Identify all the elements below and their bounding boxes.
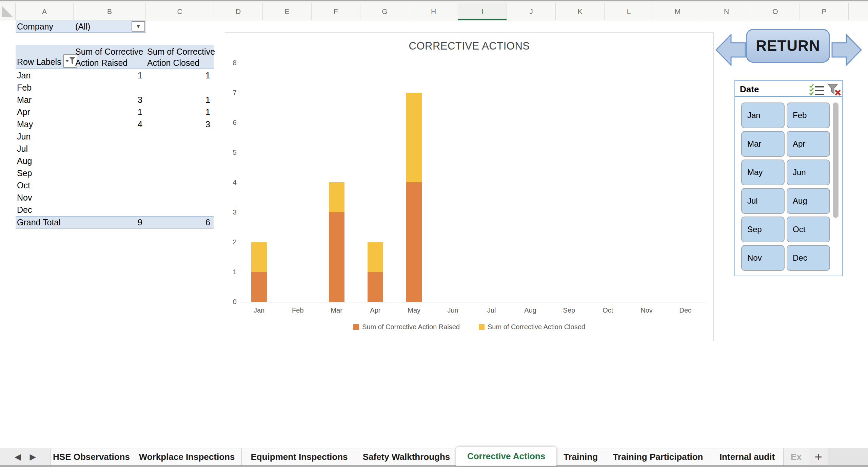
sheet-tab-workplace-inspections[interactable]: Workplace Inspections [132, 448, 242, 465]
prev-sheet-arrow[interactable]: ◀ [15, 452, 21, 462]
slicer-clear-filter-button[interactable] [827, 83, 842, 96]
pivot-closed-value-Dec[interactable] [170, 204, 210, 216]
pivot-raised-value-Nov[interactable] [102, 191, 142, 204]
grand-total-closed-cell[interactable]: 6 [170, 216, 210, 229]
pivot-closed-value-Feb[interactable] [170, 81, 210, 94]
add-sheet-button[interactable]: + [809, 448, 828, 465]
column-header-I[interactable]: I [458, 3, 507, 20]
pivot-raised-value-Jul[interactable] [102, 143, 142, 155]
pivot-raised-value-Sep[interactable] [102, 167, 142, 179]
pivot-row-label-Jun[interactable]: Jun [17, 130, 71, 143]
column-header-P[interactable]: P [800, 3, 849, 20]
return-button[interactable]: RETURN [746, 29, 830, 63]
column-header-J[interactable]: J [507, 3, 556, 20]
pivot-closed-value-Jul[interactable] [170, 143, 210, 155]
pivot-row-label-Apr[interactable]: Apr [17, 106, 71, 118]
slicer-button-Feb[interactable]: Feb [787, 102, 830, 128]
pivot-raised-value-Jan[interactable]: 1 [102, 69, 142, 81]
back-arrow-shape[interactable] [715, 34, 746, 66]
grand-total-raised-cell[interactable]: 9 [102, 216, 142, 229]
corrective-actions-chart[interactable]: CORRECTIVE ACTIONS Sum of Corrective Act… [225, 32, 714, 341]
grand-total-label-cell[interactable]: Grand Total [17, 216, 92, 229]
legend-swatch-1 [479, 324, 485, 330]
forward-arrow-shape[interactable] [831, 34, 862, 66]
pivot-filter-value-cell[interactable]: (All) [75, 20, 126, 33]
pivot-raised-value-Apr[interactable]: 1 [102, 106, 142, 118]
pivot-raised-value-May[interactable]: 4 [102, 118, 142, 130]
column-header-M[interactable]: M [653, 3, 702, 20]
column-header-L[interactable]: L [605, 3, 653, 20]
slicer-button-Dec[interactable]: Dec [787, 245, 830, 271]
sheet-tab-corrective-actions[interactable]: Corrective Actions [456, 447, 556, 466]
slicer-button-Jul[interactable]: Jul [741, 188, 785, 214]
slicer-multiselect-button[interactable] [809, 83, 825, 96]
pivot-row-label-Oct[interactable]: Oct [17, 179, 71, 191]
pivot-row-label-Sep[interactable]: Sep [17, 167, 71, 179]
slicer-button-Jan[interactable]: Jan [741, 102, 785, 128]
sheet-tab-training[interactable]: Training [556, 448, 605, 465]
pivot-closed-value-Aug[interactable] [170, 155, 210, 167]
column-header-F[interactable]: F [312, 3, 360, 20]
pivot-raised-value-Jun[interactable] [102, 130, 142, 143]
pivot-raised-value-Feb[interactable] [102, 81, 142, 94]
pivot-row-label-May[interactable]: May [17, 118, 71, 130]
column-header-B[interactable]: B [74, 3, 146, 20]
pivot-col-header-closed[interactable]: Sum of Corrective Action Closed [147, 46, 218, 68]
pivot-closed-value-Jun[interactable] [170, 130, 210, 143]
column-header-D[interactable]: D [214, 3, 263, 20]
column-header-H[interactable]: H [409, 3, 458, 20]
pivot-col-header-raised[interactable]: Sum of Corrective Action Raised [75, 46, 146, 68]
slicer-scrollbar-thumb[interactable] [833, 102, 839, 218]
column-header-E[interactable]: E [263, 3, 312, 20]
sheet-tab-equipment-inspections[interactable]: Equipment Inspections [242, 448, 357, 465]
slicer-title: Date [740, 84, 759, 95]
pivot-closed-value-May[interactable]: 3 [170, 118, 210, 130]
pivot-closed-value-Oct[interactable] [170, 179, 210, 191]
pivot-row-label-Nov[interactable]: Nov [17, 191, 71, 204]
slicer-button-Mar[interactable]: Mar [741, 131, 785, 157]
pivot-row-label-Mar[interactable]: Mar [17, 94, 71, 106]
slicer-button-Sep[interactable]: Sep [741, 217, 785, 242]
slicer-button-Apr[interactable]: Apr [787, 131, 830, 157]
slicer-button-Jun[interactable]: Jun [787, 160, 830, 185]
pivot-filter-dropdown-button[interactable]: ▼ [132, 21, 145, 32]
x-label-Sep: Sep [549, 306, 589, 314]
pivot-closed-value-Jan[interactable]: 1 [170, 69, 210, 81]
column-header-A[interactable]: A [16, 3, 74, 20]
slicer-button-Aug[interactable]: Aug [787, 188, 830, 214]
column-header-O[interactable]: O [751, 3, 800, 20]
slicer-button-Nov[interactable]: Nov [741, 245, 785, 271]
pivot-filter-field-cell[interactable]: Company [17, 20, 71, 33]
column-header-N[interactable]: N [702, 3, 751, 20]
column-header-C[interactable]: C [146, 3, 214, 20]
stacked-bar-Mar [329, 182, 344, 302]
next-sheet-arrow[interactable]: ▶ [30, 452, 36, 462]
column-header-K[interactable]: K [556, 3, 605, 20]
select-all-corner[interactable] [0, 3, 16, 20]
pivot-row-label-Feb[interactable]: Feb [17, 81, 71, 94]
pivot-row-label-Jul[interactable]: Jul [17, 143, 71, 155]
pivot-raised-value-Dec[interactable] [102, 204, 142, 216]
pivot-raised-value-Oct[interactable] [102, 179, 142, 191]
pivot-closed-value-Mar[interactable]: 1 [170, 94, 210, 106]
sheet-tab-internal-audit[interactable]: Internal audit [711, 448, 784, 465]
sheet-tab-training-participation[interactable]: Training Participation [605, 448, 711, 465]
pivot-raised-value-Aug[interactable] [102, 155, 142, 167]
slicer-button-Oct[interactable]: Oct [787, 217, 830, 242]
pivot-closed-value-Apr[interactable]: 1 [170, 106, 210, 118]
clear-filter-icon [827, 83, 842, 96]
pivot-row-label-Aug[interactable]: Aug [17, 155, 71, 167]
sheet-tab-hse-observations[interactable]: HSE Observations [51, 448, 132, 465]
pivot-raised-value-Mar[interactable]: 3 [102, 94, 142, 106]
sheet-tab-safety-walkthroughs[interactable]: Safety Walkthroughs [357, 448, 456, 465]
pivot-row-labels-header[interactable]: Row Labels [17, 56, 64, 68]
slicer-button-May[interactable]: May [741, 160, 785, 185]
y-tick-4: 4 [225, 178, 237, 186]
sheet-tab-overflow[interactable]: Ex [784, 448, 809, 465]
pivot-row-label-Jan[interactable]: Jan [17, 69, 71, 81]
pivot-closed-value-Sep[interactable] [170, 167, 210, 179]
column-header-G[interactable]: G [360, 3, 409, 20]
x-label-Jul: Jul [472, 306, 511, 314]
pivot-closed-value-Nov[interactable] [170, 191, 210, 204]
pivot-row-label-Dec[interactable]: Dec [17, 204, 71, 216]
